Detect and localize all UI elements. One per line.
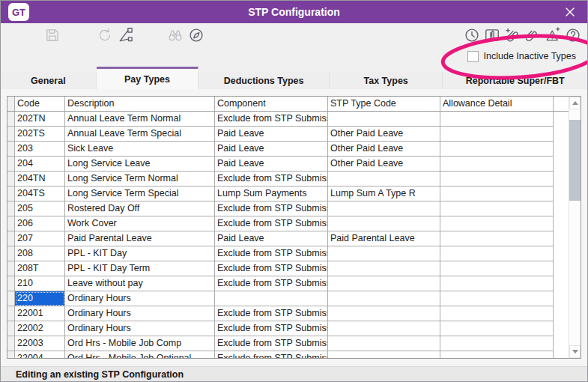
scrollbar-thumb[interactable] xyxy=(569,120,581,201)
cell-component[interactable]: Exclude from STP Submission xyxy=(215,216,328,231)
cell-code[interactable]: 208 xyxy=(15,246,65,261)
cell-code[interactable]: 22002 xyxy=(15,321,65,336)
cell-component[interactable]: Exclude from STP Submission xyxy=(215,246,328,261)
cell-allowance-detail[interactable] xyxy=(440,306,554,321)
cell-component[interactable]: Paid Leave xyxy=(215,127,328,142)
tab-general[interactable]: General xyxy=(1,72,97,89)
scroll-down-button[interactable] xyxy=(569,345,581,358)
cell-code[interactable]: 205 xyxy=(15,201,65,216)
cell-allowance-detail[interactable] xyxy=(440,112,554,127)
find-icon[interactable] xyxy=(167,27,184,43)
cell-stp-type-code[interactable] xyxy=(328,351,440,358)
cell-code[interactable]: 207 xyxy=(15,231,65,246)
cell-allowance-detail[interactable] xyxy=(440,231,554,246)
add-attachment-icon[interactable] xyxy=(504,27,521,43)
cell-code[interactable]: 210 xyxy=(15,276,65,291)
cell-code[interactable]: 208T xyxy=(15,261,65,276)
cell-code[interactable]: 204TN xyxy=(15,172,65,187)
cell-stp-type-code[interactable] xyxy=(328,112,440,127)
cell-stp-type-code[interactable] xyxy=(328,216,440,231)
column-header-stp-type-code[interactable]: STP Type Code xyxy=(328,97,440,112)
cell-description[interactable]: Ordinary Hours xyxy=(65,321,215,336)
cell-allowance-detail[interactable] xyxy=(440,291,554,306)
cell-component[interactable]: Exclude from STP Submission xyxy=(215,172,328,187)
workflow-icon[interactable] xyxy=(118,27,134,43)
include-inactive-checkbox[interactable] xyxy=(467,51,479,62)
cell-component[interactable]: Exclude from STP Submission xyxy=(215,306,328,321)
cell-description[interactable]: Long Service Term Special xyxy=(65,187,215,201)
cell-stp-type-code[interactable] xyxy=(328,276,440,291)
cell-description[interactable]: Paid Parental Leave xyxy=(65,231,215,246)
cell-stp-type-code[interactable] xyxy=(328,246,440,261)
tab-reportable-super-fbt[interactable]: Reportable Super/FBT xyxy=(443,72,587,89)
cell-component[interactable]: Exclude from STP Submission xyxy=(215,201,328,216)
cell-stp-type-code[interactable]: Paid Parental Leave xyxy=(328,231,440,246)
cell-description[interactable]: Rostered Day Off xyxy=(65,201,215,216)
add-alert-icon[interactable] xyxy=(545,27,561,43)
cell-allowance-detail[interactable] xyxy=(440,351,554,358)
cell-description[interactable]: Work Cover xyxy=(65,216,215,231)
vertical-scrollbar[interactable] xyxy=(569,97,581,358)
column-header-description[interactable]: Description xyxy=(65,97,215,112)
tab-deductions-types[interactable]: Deductions Types xyxy=(198,72,330,89)
cell-component[interactable]: Exclude from STP Submission xyxy=(215,261,328,276)
cell-allowance-detail[interactable] xyxy=(440,336,554,351)
column-header-code[interactable]: Code xyxy=(15,97,65,112)
cell-code[interactable]: 220 xyxy=(15,291,65,306)
cell-code[interactable]: 202TS xyxy=(15,127,65,142)
cell-component[interactable]: Exclude from STP Submission xyxy=(215,276,328,291)
column-header-component[interactable]: Component xyxy=(215,97,328,112)
cell-description[interactable]: PPL - KIT Day xyxy=(65,246,215,261)
scroll-up-button[interactable] xyxy=(569,97,581,109)
cell-stp-type-code[interactable] xyxy=(328,336,440,351)
cell-allowance-detail[interactable] xyxy=(440,216,554,231)
cell-description[interactable]: Annual Leave Term Normal xyxy=(65,112,215,127)
cell-component[interactable]: Exclude from STP Submission xyxy=(215,112,328,127)
cell-allowance-detail[interactable] xyxy=(440,201,554,216)
cell-description[interactable]: Ord Hrs - Mobile Job Comp xyxy=(65,336,215,351)
cell-allowance-detail[interactable] xyxy=(440,187,554,201)
cell-allowance-detail[interactable] xyxy=(440,261,554,276)
cell-code[interactable]: 202TN xyxy=(15,112,65,127)
cell-allowance-detail[interactable] xyxy=(440,142,554,157)
cell-description[interactable]: Ordinary Hours xyxy=(65,291,215,306)
cell-code[interactable]: 206 xyxy=(15,216,65,231)
cell-component[interactable]: Exclude from STP Submission xyxy=(215,351,328,358)
cell-component[interactable] xyxy=(215,291,328,306)
cell-stp-type-code[interactable] xyxy=(328,261,440,276)
close-button[interactable] xyxy=(557,1,583,23)
save-icon[interactable] xyxy=(44,27,61,43)
cell-code[interactable]: 204 xyxy=(15,157,65,172)
cell-component[interactable]: Paid Leave xyxy=(215,142,328,157)
include-inactive-types-control[interactable]: Include Inactive Types xyxy=(467,49,576,64)
cell-stp-type-code[interactable] xyxy=(328,172,440,187)
cell-component[interactable]: Lump Sum Payments xyxy=(215,187,328,201)
cell-component[interactable]: Paid Leave xyxy=(215,157,328,172)
refresh-icon[interactable] xyxy=(97,27,113,43)
tab-tax-types[interactable]: Tax Types xyxy=(330,72,443,89)
cell-stp-type-code[interactable]: Other Paid Leave xyxy=(328,157,440,172)
attachments-icon[interactable] xyxy=(484,27,500,43)
cell-code[interactable]: 22001 xyxy=(15,306,65,321)
help-icon[interactable] xyxy=(565,27,581,43)
navigate-icon[interactable] xyxy=(188,27,204,43)
cell-code[interactable]: 22003 xyxy=(15,336,65,351)
cell-allowance-detail[interactable] xyxy=(440,246,554,261)
cell-description[interactable]: Ordinary Hours xyxy=(65,306,215,321)
cell-description[interactable]: Sick Leave xyxy=(65,142,215,157)
tab-pay-types[interactable]: Pay Types xyxy=(97,67,199,89)
cell-allowance-detail[interactable] xyxy=(440,127,554,142)
cell-stp-type-code[interactable] xyxy=(328,201,440,216)
cell-description[interactable]: Long Service Term Normal xyxy=(65,172,215,187)
cell-allowance-detail[interactable] xyxy=(440,157,554,172)
cell-stp-type-code[interactable] xyxy=(328,321,440,336)
attachment-icon[interactable] xyxy=(524,27,541,43)
cell-stp-type-code[interactable]: Other Paid Leave xyxy=(328,142,440,157)
cell-allowance-detail[interactable] xyxy=(440,276,554,291)
cell-component[interactable]: Exclude from STP Submission xyxy=(215,336,328,351)
cell-stp-type-code[interactable]: Lump Sum A Type R xyxy=(328,187,440,201)
cell-component[interactable]: Exclude from STP Submission xyxy=(215,321,328,336)
cell-allowance-detail[interactable] xyxy=(440,172,554,187)
cell-description[interactable]: Leave without pay xyxy=(65,276,215,291)
cell-allowance-detail[interactable] xyxy=(440,321,554,336)
